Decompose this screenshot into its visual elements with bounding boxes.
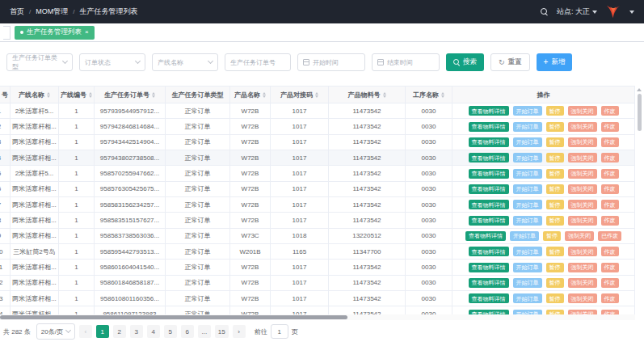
goto-page-input[interactable]: [271, 324, 288, 339]
tab-production-task-list[interactable]: 生产任务管理列表 ×: [15, 26, 95, 40]
pause-button[interactable]: 暂停: [546, 200, 564, 209]
breadcrumb-home[interactable]: 首页: [10, 6, 24, 17]
user-menu-caret-icon[interactable]: [629, 11, 634, 14]
void-button[interactable]: 作废: [601, 200, 619, 209]
column-header-process-name[interactable]: 工序名称: [406, 87, 452, 103]
view-material-button[interactable]: 查看物料详情: [469, 137, 509, 147]
view-material-button[interactable]: 查看物料详情: [469, 293, 509, 303]
force-close-button[interactable]: 强制关闭: [568, 137, 597, 147]
force-close-button[interactable]: 强制关闭: [568, 184, 597, 194]
view-material-button[interactable]: 查看物料详情: [469, 216, 509, 226]
force-close-button[interactable]: 强制关闭: [565, 231, 594, 241]
start-order-button[interactable]: 开始订单: [513, 153, 542, 163]
start-order-button[interactable]: 开始订单: [513, 122, 542, 132]
void-button[interactable]: 作废: [601, 106, 619, 116]
order-status-select[interactable]: 订单状态: [79, 53, 145, 71]
pause-button[interactable]: 暂停: [546, 153, 564, 163]
view-material-button[interactable]: 查看物料详情: [469, 247, 509, 256]
pause-button[interactable]: 暂停: [543, 231, 561, 241]
end-time-picker[interactable]: 结束时间: [372, 53, 440, 71]
pause-button[interactable]: 暂停: [546, 293, 564, 303]
sort-caret-icon[interactable]: [89, 92, 92, 98]
void-button[interactable]: 作废: [601, 278, 619, 288]
page-button-6[interactable]: 6: [181, 325, 194, 338]
vertical-scrollbar[interactable]: [636, 87, 642, 314]
page-ellipsis[interactable]: ...: [198, 325, 211, 338]
vertical-scrollbar-thumb[interactable]: [638, 94, 642, 131]
void-button[interactable]: 作废: [601, 263, 619, 272]
column-header-product-name[interactable]: 产品名称: [230, 87, 271, 103]
start-order-button[interactable]: 开始订单: [510, 231, 539, 241]
column-header-order-no[interactable]: 生产任务订单号: [95, 87, 166, 103]
start-order-button[interactable]: 开始订单: [513, 216, 542, 226]
sort-caret-icon[interactable]: [441, 92, 444, 98]
pause-button[interactable]: 暂停: [546, 169, 564, 179]
page-button-15[interactable]: 15: [215, 325, 229, 338]
start-order-button[interactable]: 开始订单: [513, 263, 542, 272]
force-close-button[interactable]: 强制关闭: [568, 153, 597, 163]
force-close-button[interactable]: 强制关闭: [568, 263, 597, 272]
scroll-up-arrow-icon[interactable]: [637, 88, 642, 91]
next-page-button[interactable]: ›: [233, 325, 246, 338]
reset-button[interactable]: ↻ 重置: [490, 53, 530, 71]
force-close-button[interactable]: 强制关闭: [568, 106, 597, 116]
force-close-button[interactable]: 强制关闭: [568, 122, 597, 132]
start-order-button[interactable]: 开始订单: [513, 184, 542, 194]
force-close-button[interactable]: 强制关闭: [568, 293, 597, 303]
force-close-button[interactable]: 强制关闭: [568, 200, 597, 209]
void-button[interactable]: 作废: [601, 153, 619, 163]
view-material-button[interactable]: 查看物料详情: [469, 169, 509, 179]
order-no-input[interactable]: 生产任务订单号: [225, 53, 291, 71]
force-close-button[interactable]: 强制关闭: [568, 278, 597, 288]
horizontal-scrollbar[interactable]: [0, 314, 635, 320]
pause-button[interactable]: 暂停: [546, 278, 564, 288]
search-button[interactable]: 搜索: [446, 53, 484, 71]
page-size-select[interactable]: 20条/页: [36, 323, 75, 340]
partial-tab[interactable]: [3, 26, 11, 40]
column-header-line-name[interactable]: 产线名称: [11, 87, 59, 103]
view-material-button[interactable]: 查看物料详情: [469, 122, 509, 132]
view-material-button[interactable]: 查看物料详情: [469, 153, 509, 163]
force-close-button[interactable]: 强制关闭: [568, 169, 597, 179]
void-button[interactable]: 作废: [601, 247, 619, 256]
page-button-3[interactable]: 3: [130, 325, 143, 338]
sort-caret-icon[interactable]: [152, 92, 155, 98]
order-type-select[interactable]: 生产任务订单类型: [6, 53, 73, 71]
start-order-button[interactable]: 开始订单: [513, 247, 542, 256]
pause-button[interactable]: 暂停: [546, 216, 564, 226]
start-order-button[interactable]: 开始订单: [513, 293, 542, 303]
void-button[interactable]: 作废: [601, 169, 619, 179]
view-material-button[interactable]: 查看物料详情: [469, 278, 509, 288]
pause-button[interactable]: 暂停: [546, 247, 564, 256]
view-material-button[interactable]: 查看物料详情: [469, 106, 509, 116]
search-icon[interactable]: [541, 8, 549, 16]
force-close-button[interactable]: 强制关闭: [568, 216, 597, 226]
void-button[interactable]: 作废: [601, 184, 619, 194]
logo-phoenix-icon[interactable]: [605, 5, 621, 19]
void-button[interactable]: 作废: [601, 122, 619, 132]
start-order-button[interactable]: 开始订单: [513, 278, 542, 288]
pause-button[interactable]: 暂停: [546, 122, 564, 132]
start-order-button[interactable]: 开始订单: [513, 137, 542, 147]
page-button-1[interactable]: 1: [96, 325, 109, 338]
view-material-button[interactable]: 查看物料详情: [465, 231, 506, 241]
start-order-button[interactable]: 开始订单: [513, 169, 542, 179]
close-icon[interactable]: ×: [85, 29, 89, 36]
pause-button[interactable]: 暂停: [546, 263, 564, 272]
column-header-product-material-no[interactable]: 产品物料号: [329, 87, 406, 103]
sort-caret-icon[interactable]: [263, 92, 266, 98]
start-order-button[interactable]: 开始订单: [513, 106, 542, 116]
void-button[interactable]: 作废: [601, 216, 619, 226]
sort-caret-icon[interactable]: [315, 92, 318, 98]
page-button-4[interactable]: 4: [147, 325, 160, 338]
force-close-button[interactable]: 强制关闭: [568, 247, 597, 256]
pause-button[interactable]: 暂停: [546, 137, 564, 147]
view-material-button[interactable]: 查看物料详情: [469, 200, 509, 209]
pause-button[interactable]: 暂停: [546, 184, 564, 194]
site-selector[interactable]: 站点: 大正: [557, 6, 597, 17]
horizontal-scrollbar-thumb[interactable]: [0, 315, 347, 319]
sort-caret-icon[interactable]: [383, 92, 386, 98]
line-name-select[interactable]: 产线名称: [152, 53, 218, 71]
view-material-button[interactable]: 查看物料详情: [469, 263, 509, 272]
prev-page-button[interactable]: ‹: [79, 325, 92, 338]
